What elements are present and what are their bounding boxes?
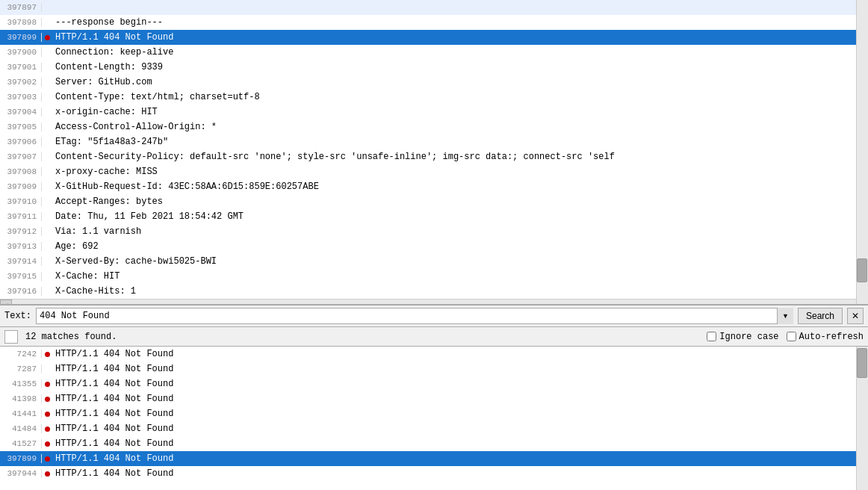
line-number: 397900: [0, 48, 42, 57]
line-number: 397901: [0, 63, 42, 72]
log-content: Age: 692: [52, 241, 868, 252]
log-row[interactable]: 397904x-origin-cache: HIT: [0, 105, 868, 120]
result-row[interactable]: 41484HTTP/1.1 404 Not Found: [0, 421, 868, 436]
status-bar: 12 matches found. Ignore case Auto-refre…: [0, 327, 868, 347]
log-row[interactable]: 397911Date: Thu, 11 Feb 2021 18:54:42 GM…: [0, 209, 868, 224]
log-row[interactable]: 397903Content-Type: text/html; charset=u…: [0, 90, 868, 105]
line-number: 397909: [0, 182, 42, 191]
line-number: 397899: [0, 33, 42, 42]
result-content: HTTP/1.1 404 Not Found: [52, 364, 868, 374]
log-row[interactable]: 397909X-GitHub-Request-Id: 43EC:58AA:6D1…: [0, 179, 868, 194]
log-row[interactable]: 397899HTTP/1.1 404 Not Found: [0, 30, 868, 45]
ignore-case-checkbox[interactable]: [707, 332, 716, 341]
log-content: Access-Control-Allow-Origin: *: [52, 122, 868, 132]
result-breakpoint-dot[interactable]: [45, 456, 50, 462]
result-row[interactable]: 7287HTTP/1.1 404 Not Found: [0, 362, 868, 376]
ignore-case-label[interactable]: Ignore case: [707, 332, 778, 342]
results-vscroll-track[interactable]: [856, 347, 868, 490]
result-breakpoint-dot[interactable]: [45, 352, 50, 357]
result-dot-col: [42, 352, 52, 357]
log-row[interactable]: 397898---response begin---: [0, 15, 868, 30]
breakpoint-dot[interactable]: [45, 35, 50, 40]
auto-refresh-checkbox[interactable]: [787, 332, 796, 341]
dot-col: [42, 35, 52, 40]
match-count-text: 12 matches found.: [25, 332, 699, 342]
log-content: Server: GitHub.com: [52, 77, 868, 87]
result-row[interactable]: 397944HTTP/1.1 404 Not Found: [0, 466, 868, 481]
close-search-button[interactable]: ✕: [847, 308, 864, 324]
line-number: 397908: [0, 167, 42, 176]
log-content: HTTP/1.1 404 Not Found: [52, 32, 868, 43]
result-dot-col: [42, 412, 52, 417]
line-number: 397897: [0, 3, 42, 12]
horizontal-scrollbar[interactable]: ◀ ▶: [0, 299, 868, 305]
log-content: Content-Length: 9339: [52, 62, 868, 72]
log-content: X-Cache: HIT: [52, 271, 868, 282]
result-dot-col: [42, 441, 52, 447]
log-content: X-GitHub-Request-Id: 43EC:58AA:6D15:859E…: [52, 182, 868, 192]
line-number: 397907: [0, 152, 42, 161]
log-row[interactable]: 397905Access-Control-Allow-Origin: *: [0, 120, 868, 134]
log-row[interactable]: 397900Connection: keep-alive: [0, 45, 868, 60]
log-row[interactable]: 397913Age: 692: [0, 239, 868, 254]
result-row[interactable]: 41398HTTP/1.1 404 Not Found: [0, 391, 868, 406]
result-dot-col: [42, 397, 52, 402]
log-content: ETag: "5f1a48a3-247b": [52, 137, 868, 147]
result-row[interactable]: 41527HTTP/1.1 404 Not Found: [0, 436, 868, 451]
log-row[interactable]: 397912Via: 1.1 varnish: [0, 224, 868, 239]
log-row[interactable]: 397916X-Cache-Hits: 1: [0, 284, 868, 299]
result-breakpoint-dot[interactable]: [45, 412, 50, 417]
line-number: 397914: [0, 257, 42, 266]
log-vscroll-thumb[interactable]: [857, 258, 867, 283]
result-breakpoint-dot[interactable]: [45, 441, 50, 447]
auto-refresh-label[interactable]: Auto-refresh: [787, 332, 864, 342]
log-area: 397897397898---response begin---397899HT…: [0, 0, 868, 305]
log-content: Connection: keep-alive: [52, 47, 868, 58]
results-rows: 7242HTTP/1.1 404 Not Found7287HTTP/1.1 4…: [0, 347, 868, 481]
result-row[interactable]: 7242HTTP/1.1 404 Not Found: [0, 347, 868, 362]
result-content: HTTP/1.1 404 Not Found: [52, 394, 868, 404]
result-breakpoint-dot[interactable]: [45, 427, 50, 432]
log-row[interactable]: 397902Server: GitHub.com: [0, 75, 868, 90]
result-content: HTTP/1.1 404 Not Found: [52, 349, 868, 359]
status-checkbox[interactable]: [4, 330, 18, 344]
line-number: 397912: [0, 227, 42, 236]
result-breakpoint-dot[interactable]: [45, 471, 50, 477]
result-row[interactable]: 41441HTTP/1.1 404 Not Found: [0, 406, 868, 421]
result-content: HTTP/1.1 404 Not Found: [52, 379, 868, 389]
log-row[interactable]: 397915X-Cache: HIT: [0, 269, 868, 284]
result-breakpoint-dot[interactable]: [45, 397, 50, 402]
log-row[interactable]: 397906ETag: "5f1a48a3-247b": [0, 134, 868, 149]
log-content: Via: 1.1 varnish: [52, 226, 868, 237]
search-button[interactable]: Search: [798, 308, 843, 324]
search-dropdown-btn[interactable]: ▼: [777, 308, 793, 324]
hscroll-track[interactable]: [24, 302, 844, 306]
result-breakpoint-dot[interactable]: [45, 382, 50, 387]
line-number: 397903: [0, 93, 42, 102]
result-line-number: 41527: [0, 439, 42, 448]
log-row[interactable]: 397910Accept-Ranges: bytes: [0, 194, 868, 209]
result-line-number: 7242: [0, 350, 42, 359]
line-number: 397904: [0, 108, 42, 117]
log-row[interactable]: 397914X-Served-By: cache-bwi5025-BWI: [0, 254, 868, 269]
results-scroll: 7242HTTP/1.1 404 Not Found7287HTTP/1.1 4…: [0, 347, 868, 490]
result-row[interactable]: 41355HTTP/1.1 404 Not Found: [0, 376, 868, 391]
log-row[interactable]: 397907Content-Security-Policy: default-s…: [0, 149, 868, 164]
hscroll-left-btn[interactable]: ◀: [0, 300, 12, 306]
log-row[interactable]: 397897: [0, 0, 868, 15]
result-content: HTTP/1.1 404 Not Found: [52, 409, 868, 419]
log-vscroll-track[interactable]: [856, 0, 868, 304]
result-line-number: 397899: [0, 454, 42, 463]
log-row[interactable]: 397901Content-Length: 9339: [0, 60, 868, 75]
line-number: 397913: [0, 242, 42, 251]
ignore-case-text: Ignore case: [719, 332, 778, 342]
result-row[interactable]: 397899HTTP/1.1 404 Not Found: [0, 451, 868, 466]
log-content: Date: Thu, 11 Feb 2021 18:54:42 GMT: [52, 211, 868, 222]
log-row[interactable]: 397908x-proxy-cache: MISS: [0, 164, 868, 179]
search-input[interactable]: [36, 308, 793, 324]
line-number: 397898: [0, 18, 42, 27]
result-content: HTTP/1.1 404 Not Found: [52, 453, 868, 464]
results-vscroll-thumb[interactable]: [857, 348, 867, 378]
result-line-number: 41398: [0, 394, 42, 403]
line-number: 397911: [0, 212, 42, 221]
